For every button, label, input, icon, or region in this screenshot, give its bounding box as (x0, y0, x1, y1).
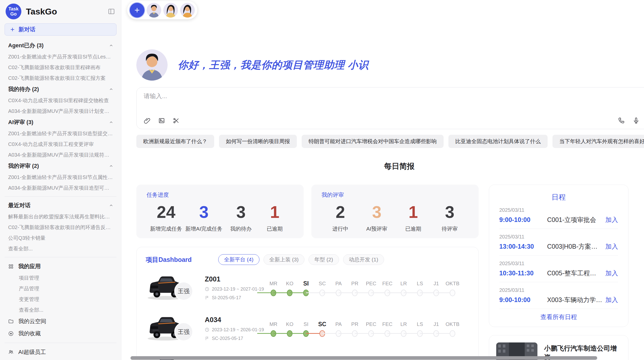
milestone-label: OKTB (444, 320, 461, 328)
recent-chat-item[interactable]: 解释最新出台的欧盟报废车法规再生塑料比例被调至15%... (4, 211, 117, 222)
sidebar-item-my-apps[interactable]: 我的应用 (4, 260, 117, 273)
sidebar-item-change-mgmt[interactable]: 变更管理 (4, 294, 117, 305)
milestone-label: SI (298, 279, 314, 288)
section-ai-review[interactable]: AI评审 (3) (4, 116, 117, 128)
suggestion-chip[interactable]: 欧洲新规最近颁布了什么？ (136, 135, 214, 148)
recent-chat-item[interactable]: C02-飞腾新能源轻客改款项目的闭环通告反馈情况 (4, 222, 117, 233)
schedule-date: 2025/03/11 (499, 261, 618, 266)
recent-view-all[interactable]: 查看全部... (4, 243, 117, 254)
milestone-j1: J1 (428, 320, 444, 339)
tab-new-platform[interactable]: 全新平台 (4) (218, 254, 259, 265)
view-all-schedule-link[interactable]: 查看所有日程 (499, 313, 618, 321)
project-node: SC-2025-05-17 (212, 336, 243, 341)
conversation-item[interactable]: C0X4-动力总成开发项目SI里程碑提交物检查 (4, 95, 117, 106)
tab-powertrain[interactable]: 动总开发 (1) (343, 254, 384, 265)
conversation-item[interactable]: A034-全新新能源MUV产品开发项目法规符合性评审 (4, 149, 117, 160)
join-link[interactable]: 加入 (605, 216, 618, 224)
new-chat-button[interactable]: 新对话 (5, 23, 116, 36)
suggestion-chip[interactable]: 特朗普可能对进口汽车增税会对中国车企造成哪些影响 (302, 135, 444, 148)
main-area: 王强 你好，王强，我是你的项目管理助理 小识 欧洲新规最近颁布了什么？ 如何写一… (121, 0, 644, 360)
stat: 1已逾期 (259, 202, 290, 232)
section-my-todo[interactable]: 我的待办 (2) (4, 83, 117, 95)
project-node: SI-2025-05-17 (212, 295, 241, 301)
avatar[interactable] (163, 3, 178, 18)
attachment-icon[interactable] (144, 117, 151, 124)
chat-input[interactable] (144, 93, 644, 100)
my-review-card: 我的评审 2进行中 3AI预评审 1已逾期 3待评审 (311, 185, 479, 238)
milestone-label: PEC (363, 279, 379, 288)
flag-icon (205, 295, 209, 300)
milestone-label: PEC (363, 320, 379, 328)
favorites-label: 我的收藏 (18, 330, 41, 337)
section-recent-chats[interactable]: 最近对话 (4, 200, 117, 211)
tab-model-year[interactable]: 年型 (2) (309, 254, 339, 265)
conversation-item[interactable]: Z001-全新燃油轻卡产品开发项目SI节点属性5D文件评审 (4, 172, 117, 183)
milestone-label: PA (330, 320, 347, 328)
scissors-icon[interactable] (173, 117, 180, 124)
avatar[interactable] (180, 3, 195, 18)
voice-call-icon[interactable] (618, 117, 625, 124)
microphone-icon[interactable] (633, 117, 640, 124)
project-image: 王强 (146, 270, 201, 306)
stat-value: 2 (325, 202, 356, 222)
schedule-name: X003-车辆动力学性能验... (547, 296, 602, 304)
new-session-button[interactable] (130, 3, 144, 18)
logo-line1: Task (8, 6, 19, 11)
conversation-item[interactable]: A034-全新新能源MUV产品开发项目计划变更类编写 (4, 106, 117, 116)
sidebar-item-favorites[interactable]: 我的收藏 (4, 327, 117, 340)
sidebar-item-write-helper[interactable]: 帮我写作 (4, 358, 117, 360)
apps-view-all[interactable]: 查看全部... (4, 305, 117, 315)
milestone-fec: FEC (379, 279, 396, 298)
conversation-item[interactable]: Z001-全新燃油皮卡产品开发项目SI节点Lesson Learn报告 (4, 51, 117, 62)
stat: 3待评审 (434, 202, 465, 232)
flag-icon (205, 336, 209, 341)
sidebar-item-project-mgmt[interactable]: 项目管理 (4, 273, 117, 283)
assistant-avatar (136, 49, 168, 81)
stat-label: 待评审 (434, 225, 465, 232)
section-my-review[interactable]: 我的评审 (2) (4, 160, 117, 172)
conversation-item[interactable]: C02-飞腾新能源轻客改款项目里程碑画布 (4, 62, 117, 73)
conversation-item[interactable]: A034-全新新能源MUV产品开发项目造型可行性评审 (4, 183, 117, 193)
milestone-label: KO (282, 320, 298, 328)
join-link[interactable]: 加入 (605, 296, 618, 304)
plus-icon (10, 27, 15, 32)
milestone-ko: KO (282, 320, 298, 339)
sidebar-item-cloud-space[interactable]: 我的云空间 (4, 315, 117, 327)
milestone-track: MRKOSISCPAPRPECFECLRLSJ1OKTB (265, 278, 469, 298)
stat-label: 进行中 (325, 225, 356, 232)
sidebar-collapse-icon[interactable] (108, 8, 115, 15)
recent-chat-item[interactable]: 公司Q3轻卡销量 (4, 233, 117, 243)
schedule-date: 2025/03/11 (499, 287, 618, 293)
schedule-title: 日程 (499, 192, 618, 202)
app-title: TaskGo (26, 7, 57, 17)
stat-value: 1 (398, 202, 429, 222)
milestone-label: LR (396, 320, 412, 328)
section-label: 我的评审 (2) (8, 162, 39, 170)
sidebar-item-ai-employee[interactable]: AI超级员工 (4, 346, 117, 358)
suggestion-chip[interactable]: 如何写一份清晰的项目周报 (219, 135, 297, 148)
divider (5, 257, 116, 257)
join-link[interactable]: 加入 (605, 269, 618, 277)
image-upload-icon[interactable] (158, 117, 165, 124)
tab-new-body[interactable]: 全新上装 (3) (264, 254, 305, 265)
milestone-si: SI (298, 279, 314, 298)
project-row[interactable]: 王强 A034 2023-12-19 ~ 2026-01-19 SC-2025-… (146, 311, 469, 346)
milestone-pec: PEC (363, 279, 379, 298)
horizontal-scrollbar[interactable] (130, 356, 597, 360)
conversation-item[interactable]: Z001-全新燃油轻卡产品开发项目SI造型提交物评审 (4, 128, 117, 139)
conversation-item[interactable]: C02-飞腾新能源轻客改款项目立项汇报方案 (4, 73, 117, 83)
schedule-date: 2025/03/11 (499, 207, 618, 213)
plus-icon (134, 7, 140, 13)
stat-value: 24 (150, 202, 182, 222)
join-link[interactable]: 加入 (605, 242, 618, 251)
section-agent-done[interactable]: Agent已办 (3) (4, 40, 117, 51)
app-logo: Task Go (6, 4, 21, 19)
avatar[interactable] (147, 3, 161, 18)
project-row[interactable]: 王强 Z001 2023-12-19 ~ 2027-01-19 SI-2025-… (146, 270, 469, 306)
suggestion-chip[interactable]: 当下年轻人对汽车外观有怎样的喜好趋势 (552, 135, 644, 148)
project-image: 王强 (146, 311, 201, 346)
sidebar-item-product-mgmt[interactable]: 产品管理 (4, 283, 117, 294)
suggestion-chip[interactable]: 比亚迪全固态电池计划具体说了什么 (448, 135, 548, 148)
chevron-up-icon (109, 43, 113, 48)
conversation-item[interactable]: C0X4-动力总成开发项目工程变更评审 (4, 139, 117, 149)
